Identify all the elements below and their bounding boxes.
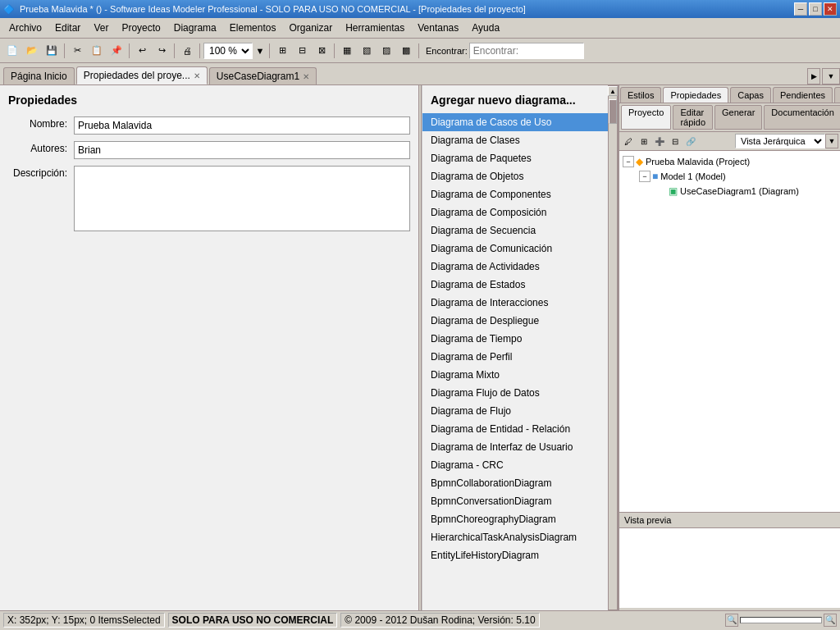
tree-btn-3[interactable]: ➕ bbox=[652, 134, 667, 148]
tab-propiedades-close[interactable]: ✕ bbox=[194, 71, 200, 80]
diagram-list-item-23[interactable]: HierarchicalTaskAnalysisDiagram bbox=[422, 528, 608, 546]
tree-expand-model[interactable]: − bbox=[639, 171, 651, 182]
diagram-list-item-11[interactable]: Diagrama de Despliegue bbox=[422, 312, 608, 330]
new-button[interactable]: 📄 bbox=[3, 42, 21, 60]
diagram-list-item-18[interactable]: Diagrama de Interfaz de Usuario bbox=[422, 438, 608, 456]
menu-ventanas[interactable]: Ventanas bbox=[412, 20, 464, 36]
diagram-list-item-14[interactable]: Diagrama Mixto bbox=[422, 366, 608, 384]
grid-button[interactable]: ⊞ bbox=[273, 42, 291, 60]
diagram-list-item-24[interactable]: EntityLifeHistoryDiagram bbox=[422, 546, 608, 564]
menu-ver[interactable]: Ver bbox=[88, 20, 114, 36]
copy-button[interactable]: 📋 bbox=[88, 42, 106, 60]
tree-expand-project[interactable]: − bbox=[623, 156, 634, 167]
paste-button[interactable]: 📌 bbox=[107, 42, 126, 60]
prop-nombre-input[interactable] bbox=[74, 116, 410, 135]
tool1-button[interactable]: ▦ bbox=[338, 42, 356, 60]
prop-autores-input[interactable] bbox=[74, 141, 410, 159]
tree-node-project[interactable]: − ◆ Prueba Malavida (Project) bbox=[623, 154, 837, 169]
menu-elementos[interactable]: Elementos bbox=[224, 20, 282, 36]
status-coordinates: X: 352px; Y: 15px; 0 ItemsSelected bbox=[3, 613, 165, 628]
menu-editar[interactable]: Editar bbox=[49, 20, 86, 36]
tree-btn-2[interactable]: ⊞ bbox=[637, 134, 651, 148]
align-button[interactable]: ⊠ bbox=[313, 42, 331, 60]
sub-tab-generar[interactable]: Generar bbox=[714, 105, 762, 130]
diagram-list-item-5[interactable]: Diagrama de Composición bbox=[422, 203, 608, 221]
tab-nav-button[interactable]: ▶ bbox=[807, 68, 820, 84]
menu-proyecto[interactable]: Proyecto bbox=[116, 20, 166, 36]
tab-pagina-inicio[interactable]: Página Inicio bbox=[3, 67, 75, 84]
zoom-bar[interactable] bbox=[740, 617, 822, 623]
view-select[interactable]: Vista Jerárquica Vista Plana Vista Orden… bbox=[735, 134, 825, 148]
tree-node-model[interactable]: − ■ Model 1 (Model) bbox=[623, 169, 837, 184]
tab-usecase[interactable]: UseCaseDiagram1 ✕ bbox=[209, 67, 317, 84]
separator-4 bbox=[199, 43, 200, 58]
right-tab-estilos[interactable]: Estilos bbox=[620, 87, 661, 103]
tool3-button[interactable]: ▨ bbox=[377, 42, 395, 60]
zoom-out-button[interactable]: 🔍 bbox=[725, 614, 738, 627]
sub-tab-editar[interactable]: Editar rápido bbox=[673, 105, 713, 130]
menu-herramientas[interactable]: Herramientas bbox=[340, 20, 410, 36]
menu-organizar[interactable]: Organizar bbox=[283, 20, 338, 36]
zoom-in-button[interactable]: 🔍 bbox=[824, 614, 837, 627]
diagram-list-item-17[interactable]: Diagrama de Entidad - Relación bbox=[422, 420, 608, 438]
diagram-list-item-7[interactable]: Diagrama de Comunicación bbox=[422, 240, 608, 258]
diagram-list-item-20[interactable]: BpmnCollaborationDiagram bbox=[422, 474, 608, 492]
tab-list-button[interactable]: ▼ bbox=[822, 68, 840, 84]
diagram-list-item-15[interactable]: Diagrama Flujo de Datos bbox=[422, 384, 608, 402]
diagram-list-item-13[interactable]: Diagrama de Perfil bbox=[422, 348, 608, 366]
menu-diagrama[interactable]: Diagrama bbox=[168, 20, 222, 36]
diagram-list-item-12[interactable]: Diagrama de Tiempo bbox=[422, 330, 608, 348]
prop-descripcion-textarea[interactable] bbox=[74, 166, 410, 231]
view-arrow[interactable]: ▼ bbox=[825, 134, 838, 148]
diagram-list-item-16[interactable]: Diagrama de Flujo bbox=[422, 402, 608, 420]
diagram-list-item-8[interactable]: Diagrama de Actividades bbox=[422, 258, 608, 276]
zoom-dropdown[interactable]: ▼ bbox=[254, 42, 266, 60]
diagram-list-item-22[interactable]: BpmnChoreographyDiagram bbox=[422, 510, 608, 528]
snap-button[interactable]: ⊟ bbox=[293, 42, 311, 60]
diagram-list-item-2[interactable]: Diagrama de Paquetes bbox=[422, 149, 608, 167]
separator-7 bbox=[418, 43, 419, 58]
right-tab-parser[interactable]: Parser bbox=[834, 87, 840, 103]
properties-section: Propiedades Nombre: Autores: Descripción… bbox=[0, 85, 418, 610]
close-button[interactable]: ✕ bbox=[824, 2, 837, 16]
undo-button[interactable]: ↩ bbox=[133, 42, 151, 60]
right-tab-capas[interactable]: Capas bbox=[730, 87, 771, 103]
status-bar: X: 352px; Y: 15px; 0 ItemsSelected SOLO … bbox=[0, 610, 840, 628]
tree-btn-1[interactable]: 🖊 bbox=[621, 134, 636, 148]
tab-usecase-close[interactable]: ✕ bbox=[303, 72, 309, 81]
redo-button[interactable]: ↪ bbox=[153, 42, 171, 60]
diagram-list-item-6[interactable]: Diagrama de Secuencia bbox=[422, 221, 608, 240]
diagram-list-item-9[interactable]: Diagrama de Estados bbox=[422, 276, 608, 294]
minimize-button[interactable]: ─ bbox=[794, 2, 807, 16]
open-button[interactable]: 📂 bbox=[23, 42, 41, 60]
diagram-list-item-19[interactable]: Diagrama - CRC bbox=[422, 456, 608, 474]
print-button[interactable]: 🖨 bbox=[178, 42, 196, 60]
sub-tab-documentacion[interactable]: Documentación bbox=[764, 105, 840, 130]
find-input[interactable] bbox=[469, 43, 584, 59]
right-tab-propiedades[interactable]: Propiedades bbox=[663, 87, 728, 103]
save-button[interactable]: 💾 bbox=[43, 42, 61, 60]
tool4-button[interactable]: ▩ bbox=[397, 42, 415, 60]
tool2-button[interactable]: ▧ bbox=[358, 42, 376, 60]
menu-ayuda[interactable]: Ayuda bbox=[466, 20, 505, 36]
scroll-up-button[interactable]: ▲ bbox=[608, 86, 618, 96]
tab-propiedades[interactable]: Propiedades del proye... ✕ bbox=[76, 66, 208, 84]
diagram-list-item-1[interactable]: Diagrama de Clases bbox=[422, 131, 608, 149]
diagram-list-item-21[interactable]: BpmnConversationDiagram bbox=[422, 492, 608, 510]
maximize-button[interactable]: □ bbox=[809, 2, 822, 16]
menu-archivo[interactable]: Archivo bbox=[3, 20, 48, 36]
diagram-list-item-3[interactable]: Diagrama de Objetos bbox=[422, 167, 608, 185]
prop-nombre-label: Nombre: bbox=[8, 116, 74, 130]
tree-node-diagram[interactable]: ▣ UseCaseDiagram1 (Diagram) bbox=[623, 184, 837, 199]
cut-button[interactable]: ✂ bbox=[68, 42, 86, 60]
tree-btn-4[interactable]: ⊟ bbox=[668, 134, 682, 148]
main-scrollbar[interactable]: ▲ bbox=[608, 85, 618, 610]
sub-tab-proyecto[interactable]: Proyecto bbox=[621, 105, 671, 130]
diagram-list-item-4[interactable]: Diagrama de Componentes bbox=[422, 185, 608, 203]
right-tab-pendientes[interactable]: Pendientes bbox=[773, 87, 833, 103]
scroll-thumb[interactable] bbox=[609, 99, 617, 124]
diagram-list-item-0[interactable]: Diagrama de Casos de Uso bbox=[422, 113, 608, 131]
tree-btn-5[interactable]: 🔗 bbox=[683, 134, 698, 148]
zoom-select[interactable]: 100 % 75 % 50 % 150 % 200 % bbox=[203, 43, 253, 59]
diagram-list-item-10[interactable]: Diagrama de Interacciones bbox=[422, 294, 608, 312]
